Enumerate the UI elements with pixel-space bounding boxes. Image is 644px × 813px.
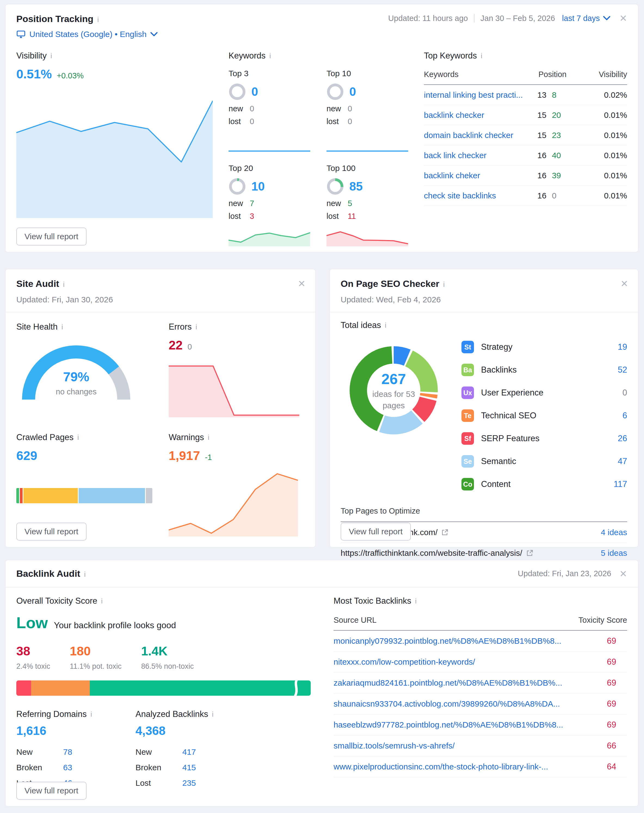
- top-keywords-label: Top Keywords: [424, 51, 477, 61]
- bucket-lost-label: lost: [327, 117, 348, 126]
- info-icon[interactable]: i: [61, 323, 63, 331]
- keyword-bucket: Top 10085new5lost11: [327, 164, 408, 246]
- info-icon[interactable]: i: [101, 597, 103, 605]
- legend-item[interactable]: BaBacklinks52: [462, 359, 627, 381]
- bucket-lost-row: lost3: [228, 212, 310, 221]
- info-icon[interactable]: i: [269, 52, 271, 60]
- info-icon[interactable]: i: [212, 710, 213, 719]
- bucket-sparkline: [228, 225, 310, 246]
- source-url-link[interactable]: smallbiz.tools/semrush-vs-ahrefs/: [334, 741, 455, 750]
- info-icon[interactable]: i: [77, 433, 79, 442]
- bucket-new-value: 0: [348, 104, 352, 113]
- bucket-lost-label: lost: [228, 117, 250, 126]
- toxicity-score-value: 66: [607, 741, 627, 751]
- position-delta: 8: [552, 91, 557, 100]
- legend-item[interactable]: StStrategy19: [462, 336, 627, 359]
- ideas-count-link[interactable]: 5 ideas: [601, 548, 627, 558]
- bucket-count: 0: [350, 85, 356, 98]
- position-value: 15: [537, 110, 546, 120]
- bucket-new-row: new7: [228, 199, 310, 208]
- toxicity-stat-value: 38: [16, 644, 50, 658]
- keyword-link[interactable]: backlink checker: [424, 110, 537, 120]
- position-delta: 0: [552, 191, 557, 200]
- legend-item[interactable]: TeTechnical SEO6: [462, 404, 627, 427]
- info-icon[interactable]: i: [90, 710, 92, 719]
- close-icon[interactable]: ✕: [619, 14, 627, 23]
- source-url-link[interactable]: www.pixelproductionsinc.com/the-stock-ph…: [334, 762, 548, 772]
- view-full-report-button[interactable]: View full report: [16, 523, 86, 540]
- warnings-section: Warningsi 1,917 -1: [169, 433, 304, 537]
- most-toxic-label: Most Toxic Backlinks: [334, 596, 411, 606]
- category-count: 26: [618, 434, 627, 443]
- keywords-section: Keywordsi Top 30new0lost0Top 100new0lost…: [228, 51, 408, 246]
- info-icon[interactable]: i: [208, 433, 210, 442]
- legend-item[interactable]: CoContent117: [462, 473, 627, 495]
- legend-item[interactable]: UxUser Experience0: [462, 381, 627, 404]
- widget-title: Position Tracking: [16, 14, 94, 24]
- info-icon[interactable]: i: [195, 323, 197, 331]
- close-icon[interactable]: ✕: [298, 279, 306, 288]
- legend-item[interactable]: SeSemantic47: [462, 450, 627, 473]
- source-url-link[interactable]: monicanply079932.pointblog.net/%D8%AE%D8…: [334, 637, 561, 646]
- source-url-link[interactable]: haseeblzwd977782.pointblog.net/%D8%AE%D8…: [334, 720, 563, 729]
- warnings-trend-chart: [169, 471, 298, 537]
- view-full-report-button[interactable]: View full report: [16, 227, 86, 245]
- chart-canvas: [228, 225, 310, 246]
- bucket-ring-icon: [228, 178, 246, 195]
- view-full-report-button[interactable]: View full report: [340, 523, 411, 540]
- visibility-value: 0.51%: [16, 67, 52, 81]
- crawled-pages-section: Crawled Pagesi 629: [16, 433, 152, 537]
- ideas-count-link[interactable]: 4 ideas: [601, 528, 627, 537]
- referring-domains-section: Referring Domainsi 1,616 New78Broken63Lo…: [16, 709, 135, 791]
- bucket-sparkline: [228, 131, 310, 152]
- close-icon[interactable]: ✕: [621, 279, 629, 288]
- analyzed-backlinks-label: Analyzed Backlinks: [135, 709, 208, 719]
- page-url-link[interactable]: https://trafficthinktank.com/website-tra…: [340, 548, 533, 558]
- info-icon[interactable]: i: [50, 52, 52, 60]
- keyword-link[interactable]: domain backlink checker: [424, 130, 537, 140]
- column-header: Source URL: [334, 616, 377, 625]
- site-health-label: Site Health: [16, 322, 58, 332]
- source-url-link[interactable]: nitexxx.com/low-competition-keywords/: [334, 657, 475, 667]
- category-name: Backlinks: [481, 365, 618, 375]
- keyword-link[interactable]: back link checker: [424, 151, 537, 160]
- chart-canvas: [169, 471, 298, 537]
- position-value: 16: [537, 151, 546, 160]
- category-count: 117: [614, 479, 627, 489]
- category-name: Strategy: [481, 342, 618, 352]
- backlink-audit-widget: Backlink Auditi Updated: Fri, Jan 23, 20…: [5, 560, 638, 807]
- bar-segment: [16, 488, 19, 503]
- close-icon[interactable]: ✕: [619, 569, 627, 578]
- info-icon[interactable]: i: [97, 15, 99, 24]
- on-page-seo-checker-widget: On Page SEO Checkeri ✕ Updated: Wed, Feb…: [330, 269, 638, 548]
- position-delta: 39: [552, 171, 561, 180]
- tracking-scope-selector[interactable]: United States (Google) • English: [5, 24, 638, 39]
- info-icon[interactable]: i: [84, 570, 86, 579]
- chart-canvas: [327, 225, 408, 246]
- keyword-link[interactable]: backlink cheker: [424, 171, 537, 180]
- info-icon[interactable]: i: [443, 280, 445, 289]
- updated-text: Updated: Fri, Jan 23, 2026: [518, 569, 611, 578]
- source-url-link[interactable]: zakariaqmud824161.pointblog.net/%D8%AE%D…: [334, 678, 562, 687]
- category-count: 6: [623, 411, 627, 420]
- bucket-lost-label: lost: [228, 212, 250, 221]
- total-ideas-label: Total ideas: [340, 321, 381, 330]
- info-icon[interactable]: i: [385, 321, 386, 330]
- range-selector[interactable]: last 7 days: [562, 14, 610, 23]
- info-icon[interactable]: i: [63, 280, 64, 289]
- top-keywords-table-header: Keywords Position Visibility: [424, 70, 627, 85]
- info-icon[interactable]: i: [481, 52, 482, 60]
- position-cell: 1520: [537, 110, 586, 120]
- legend-item[interactable]: SfSERP Features26: [462, 427, 627, 450]
- bucket-label: Top 10: [327, 69, 408, 78]
- position-value: 16: [537, 191, 546, 200]
- toxicity-stat: 382.4% toxic: [16, 644, 50, 671]
- view-full-report-button[interactable]: View full report: [16, 782, 86, 800]
- source-url-link[interactable]: shaunaicsn933704.activoblog.com/39899260…: [334, 699, 560, 709]
- keyword-link[interactable]: internal linking best practi...: [424, 91, 537, 100]
- bucket-count: 85: [350, 179, 363, 193]
- category-count: 47: [618, 456, 627, 466]
- info-icon[interactable]: i: [415, 597, 417, 605]
- bar-segment: [90, 680, 311, 696]
- keyword-link[interactable]: check site backlinks: [424, 191, 537, 200]
